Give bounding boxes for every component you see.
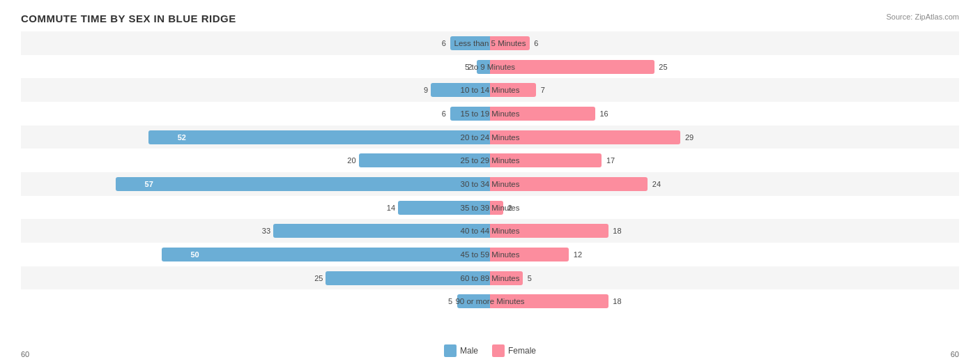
female-value: 5 [528, 274, 532, 282]
female-bar [490, 201, 503, 215]
male-value: 25 [314, 274, 323, 282]
chart-title: COMMUTE TIME BY SEX IN BLUE RIDGE [21, 13, 959, 24]
male-bar [162, 248, 490, 261]
male-bar [326, 271, 490, 285]
female-swatch [492, 344, 505, 357]
bar-row: 5 to 9 Minutes225 [21, 55, 959, 79]
female-bar [490, 177, 648, 191]
male-bar [359, 153, 490, 167]
female-bar [490, 153, 602, 167]
female-bar [490, 36, 530, 50]
source-text: Source: ZipAtlas.com [886, 13, 959, 21]
female-bar [490, 83, 536, 97]
female-value: 6 [534, 39, 538, 47]
female-bar [490, 224, 608, 238]
female-bar [490, 60, 654, 74]
male-bar [148, 130, 490, 144]
male-value: 5 [448, 297, 452, 305]
male-bar [450, 107, 490, 121]
male-value: 20 [347, 156, 355, 165]
female-value: 12 [574, 250, 582, 259]
female-bar [490, 271, 523, 285]
axis-label-left: 60 [21, 350, 29, 358]
bar-row: 60 to 89 Minutes255 [21, 266, 959, 290]
female-value: 7 [541, 86, 545, 94]
legend-male: Male [444, 344, 478, 357]
bar-row: 15 to 19 Minutes616 [21, 102, 959, 126]
male-value: 52 [178, 133, 186, 142]
female-value: 16 [599, 109, 608, 118]
female-bar [490, 107, 595, 121]
female-value: 29 [685, 133, 694, 142]
male-bar [431, 83, 490, 97]
chart-container: COMMUTE TIME BY SEX IN BLUE RIDGE Source… [0, 0, 980, 364]
male-value: 9 [424, 86, 428, 94]
bar-row: 90 or more Minutes518 [21, 289, 959, 313]
male-value: 50 [191, 250, 199, 259]
rows-area: Less than 5 Minutes665 to 9 Minutes22510… [21, 31, 959, 313]
male-bar [116, 177, 490, 191]
male-value: 2 [468, 63, 472, 71]
female-value: 25 [659, 63, 667, 71]
legend-female-label: Female [508, 346, 536, 356]
female-value: 24 [652, 180, 661, 188]
female-bar [490, 248, 569, 261]
bar-row: 45 to 59 Minutes5012 [21, 243, 959, 266]
male-value: 6 [442, 109, 446, 118]
bar-row: 20 to 24 Minutes5229 [21, 126, 959, 149]
male-value: 14 [387, 204, 395, 212]
legend: Male Female [444, 344, 536, 357]
male-bar [477, 60, 490, 74]
female-value: 2 [508, 204, 512, 212]
female-bar [490, 130, 680, 144]
axis-label-right: 60 [951, 350, 959, 358]
bar-row: 10 to 14 Minutes97 [21, 78, 959, 102]
legend-male-label: Male [460, 346, 478, 356]
male-value: 57 [145, 180, 153, 188]
male-bar [450, 36, 490, 50]
male-bar [398, 201, 490, 215]
female-value: 17 [606, 156, 615, 165]
legend-female: Female [492, 344, 536, 357]
female-value: 18 [613, 297, 621, 305]
bar-row: 35 to 39 Minutes142 [21, 196, 959, 220]
male-value: 6 [442, 39, 446, 47]
male-bar [457, 294, 490, 308]
bar-row: 30 to 34 Minutes5724 [21, 172, 959, 196]
female-bar [490, 294, 608, 308]
bar-row: 25 to 29 Minutes2017 [21, 149, 959, 172]
male-swatch [444, 344, 457, 357]
female-value: 18 [613, 227, 621, 235]
male-value: 33 [262, 227, 270, 235]
male-bar [273, 224, 490, 238]
bar-row: Less than 5 Minutes66 [21, 31, 959, 55]
bar-row: 40 to 44 Minutes3318 [21, 219, 959, 243]
